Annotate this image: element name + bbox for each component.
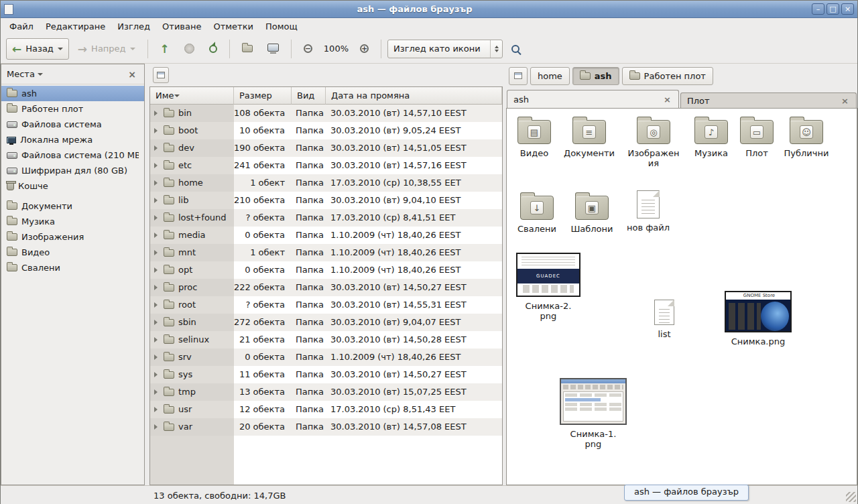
table-row[interactable]: etc241 обектаПапка30.03.2010 (вт) 14,57,… — [150, 157, 502, 174]
expander-icon[interactable] — [154, 163, 160, 168]
expander-icon[interactable] — [154, 198, 160, 203]
expander-icon[interactable] — [154, 337, 160, 342]
back-button[interactable]: ← Назад — [6, 38, 69, 60]
expander-icon[interactable] — [154, 180, 160, 186]
menu-item[interactable]: Редактиране — [40, 20, 111, 33]
computer-button[interactable] — [261, 38, 285, 60]
home-button[interactable] — [236, 38, 259, 60]
menu-item[interactable]: Изглед — [111, 20, 156, 33]
stop-button[interactable] — [178, 38, 200, 60]
expander-icon[interactable] — [154, 233, 160, 238]
table-row[interactable]: bin108 обектаПапка30.03.2010 (вт) 14,57,… — [150, 105, 502, 122]
sidebar-item[interactable]: Свалени — [1, 260, 144, 275]
icon-item-images[interactable]: ◎ Изображен ия — [625, 115, 682, 168]
menu-item[interactable]: Помощ — [259, 20, 304, 33]
expander-icon[interactable] — [154, 424, 160, 430]
sidebar-item[interactable]: Изображения — [1, 229, 144, 245]
table-row[interactable]: sys11 обектаПапка30.03.2010 (вт) 14,50,2… — [150, 366, 502, 383]
icon-item-desktop[interactable]: ▭ Плот — [731, 115, 783, 158]
column-header-type[interactable]: Вид — [292, 87, 326, 105]
expander-icon[interactable] — [154, 215, 160, 220]
sidebar-item[interactable]: Музика — [1, 214, 144, 229]
expander-icon[interactable] — [154, 389, 160, 395]
tree-pane-button[interactable] — [153, 67, 169, 83]
titlebar[interactable]: ash — файлов браузър – □ × — [1, 1, 857, 18]
icon-item-downloads[interactable]: ↓ Свалени — [509, 191, 564, 234]
pathbar-button[interactable]: ash — [572, 67, 619, 85]
reload-button[interactable] — [203, 38, 223, 60]
icon-item-templates[interactable]: ▣ Шаблони — [564, 191, 619, 234]
table-row[interactable]: var20 обектаПапка30.03.2010 (вт) 14,57,0… — [150, 418, 502, 436]
table-row[interactable]: opt0 обектаПапка1.10.2009 (чт) 18,40,26 … — [150, 261, 502, 279]
expander-icon[interactable] — [154, 111, 160, 116]
menu-item[interactable]: Отметки — [207, 20, 259, 33]
icon-item-documents[interactable]: ≡ Документи — [560, 115, 618, 158]
table-row[interactable]: home1 обектПапка17.03.2010 (ср) 10,38,55… — [150, 174, 502, 192]
sidebar-item[interactable]: Видео — [1, 245, 144, 260]
table-row[interactable]: lost+found? обектаПапка17.03.2010 (ср) 8… — [150, 209, 502, 227]
sidebar-item[interactable]: Шифриран дял (80 GB) — [1, 163, 144, 178]
chevron-down-icon[interactable] — [38, 73, 43, 78]
icon-item-snimka[interactable]: GNOME Store Снимка.png — [723, 291, 794, 346]
sidebar-item[interactable]: Файлова система — [1, 117, 144, 132]
table-row[interactable]: boot10 обектаПапка30.03.2010 (вт) 9,05,2… — [150, 122, 502, 139]
up-button[interactable]: ↑ — [154, 38, 176, 60]
expander-icon[interactable] — [154, 407, 160, 412]
table-row[interactable]: srv0 обектаПапка1.10.2009 (чт) 18,40,26 … — [150, 349, 502, 366]
column-header-date[interactable]: Дата на промяна — [326, 87, 502, 105]
expander-icon[interactable] — [154, 372, 160, 377]
pathbar-button[interactable]: home — [530, 67, 570, 85]
menu-item[interactable]: Файл — [3, 20, 40, 33]
expander-icon[interactable] — [154, 267, 160, 273]
expander-icon[interactable] — [154, 302, 160, 308]
zoom-in-button[interactable]: + — [354, 38, 375, 60]
table-row[interactable]: usr12 обектаПапка17.03.2010 (ср) 8,51,43… — [150, 401, 502, 418]
expander-icon[interactable] — [154, 355, 160, 360]
zoom-out-button[interactable]: − — [298, 38, 318, 60]
table-row[interactable]: sbin272 обектаПапка30.03.2010 (вт) 9,04,… — [150, 314, 502, 331]
icon-item-video[interactable]: ▤ Видео — [507, 115, 562, 158]
sidebar-item[interactable]: Файлова система (210 MB) — [1, 147, 144, 163]
table-row[interactable]: lib210 обектаПапка30.03.2010 (вт) 9,04,1… — [150, 192, 502, 209]
table-row[interactable]: proc222 обектаПапка30.03.2010 (вт) 14,50… — [150, 279, 502, 296]
pathbar-button[interactable]: Работен плот — [622, 67, 713, 85]
forward-button[interactable]: → Напред — [72, 38, 141, 60]
sidebar-item[interactable]: Документи — [1, 198, 144, 214]
table-row[interactable]: dev190 обектаПапка30.03.2010 (вт) 14,51,… — [150, 139, 502, 157]
minimize-button[interactable]: – — [812, 3, 824, 15]
expander-icon[interactable] — [154, 128, 160, 133]
resize-grip[interactable] — [846, 492, 856, 502]
column-header-size[interactable]: Размер — [234, 87, 292, 105]
column-header-name[interactable]: Име — [150, 87, 234, 105]
maximize-button[interactable]: □ — [826, 3, 839, 15]
view-mode-combobox[interactable]: Изглед като икони — [387, 40, 503, 58]
expander-icon[interactable] — [154, 285, 160, 290]
pathbar-root-button[interactable] — [509, 67, 528, 85]
pane-splitter[interactable] — [145, 64, 149, 485]
sidebar-item[interactable]: Локална мрежа — [1, 132, 144, 147]
table-row[interactable]: selinux21 обектаПапка30.03.2010 (вт) 14,… — [150, 331, 502, 349]
table-row[interactable]: root? обектаПапка30.03.2010 (вт) 14,55,3… — [150, 296, 502, 314]
icon-item-snimka2[interactable]: GUADEC Снимка-2. png — [515, 253, 582, 321]
close-button[interactable]: × — [841, 3, 854, 15]
table-row[interactable]: mnt1 обектПапка1.10.2009 (чт) 18,40,26 E… — [150, 244, 502, 261]
expander-icon[interactable] — [154, 320, 160, 325]
tab-Плот[interactable]: Плот× — [680, 92, 857, 108]
tab-ash[interactable]: ash× — [507, 90, 679, 108]
sidebar-item[interactable]: Кошче — [1, 178, 144, 194]
tab-close-icon[interactable]: × — [662, 94, 672, 105]
close-sidebar-icon[interactable]: × — [125, 69, 139, 80]
tab-close-icon[interactable]: × — [840, 96, 850, 106]
menu-item[interactable]: Отиване — [156, 20, 207, 33]
expander-icon[interactable] — [154, 145, 160, 151]
icon-item-list[interactable]: list — [641, 300, 688, 339]
icon-item-public[interactable]: ☺ Публични — [779, 115, 834, 158]
table-row[interactable]: media0 обектаПапка1.10.2009 (чт) 18,40,2… — [150, 227, 502, 244]
table-row[interactable]: tmp13 обектаПапка30.03.2010 (вт) 15,07,2… — [150, 383, 502, 401]
icon-item-newfile[interactable]: нов файл — [621, 190, 676, 233]
expander-icon[interactable] — [154, 250, 160, 255]
sidebar-item[interactable]: ash — [1, 86, 144, 101]
icon-item-snimka1[interactable]: Снимка-1. png — [560, 378, 627, 449]
search-button[interactable] — [505, 38, 528, 60]
sidebar-item[interactable]: Работен плот — [1, 101, 144, 117]
